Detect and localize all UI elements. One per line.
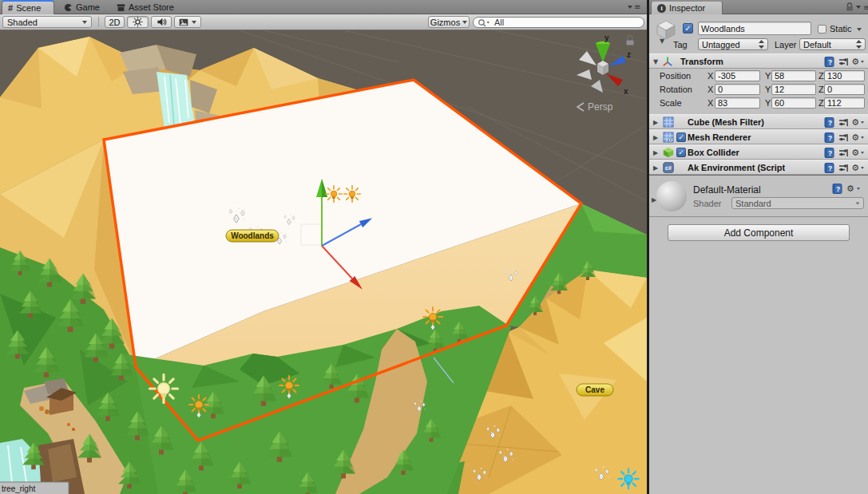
preset-icon[interactable] xyxy=(838,57,848,67)
pane-caret-icon[interactable] xyxy=(856,6,861,9)
light-gizmo-icon[interactable] xyxy=(149,374,177,402)
chevron-down-icon xyxy=(192,21,196,24)
gear-icon[interactable]: ⚙ xyxy=(851,132,859,143)
lock-icon[interactable] xyxy=(846,2,854,12)
gameobject-cube-icon[interactable] xyxy=(656,19,676,40)
rotation-x-field[interactable] xyxy=(715,84,760,95)
inspector-tabbar: i Inspector ≡ xyxy=(649,0,868,14)
tab-inspector[interactable]: i Inspector xyxy=(651,0,723,14)
shader-value: Standard xyxy=(735,199,855,208)
scene-pane-options[interactable]: ≡ xyxy=(628,2,640,11)
search-input[interactable] xyxy=(494,18,638,27)
add-component-label: Add Component xyxy=(724,227,794,239)
gear-icon[interactable]: ⚙ xyxy=(851,163,859,173)
rotation-z-field[interactable] xyxy=(824,84,865,95)
help-icon[interactable]: ? xyxy=(824,117,834,128)
gear-icon[interactable]: ⚙ xyxy=(846,184,854,194)
foldout-open-icon[interactable]: ▼ xyxy=(653,58,658,65)
position-y-field[interactable] xyxy=(771,70,816,81)
gizmos-label: Gizmos xyxy=(430,18,460,27)
light-gizmo-icon[interactable] xyxy=(189,395,208,414)
preset-icon[interactable] xyxy=(838,132,848,143)
unity-editor-window: # Scene Game Asset Store ≡ xyxy=(0,0,868,494)
static-checkbox[interactable] xyxy=(818,25,826,34)
component-mesh-filter[interactable]: ▶ Cube (Mesh Filter) ? ⚙ xyxy=(649,114,868,129)
preset-icon[interactable] xyxy=(838,163,848,173)
axis-z: Z xyxy=(818,71,824,81)
preset-icon[interactable] xyxy=(838,117,848,128)
help-icon[interactable]: ? xyxy=(824,148,834,158)
transform-title: Transform xyxy=(680,57,723,66)
info-icon: i xyxy=(657,4,666,13)
scale-y-field[interactable] xyxy=(771,97,816,109)
light-gizmo-icon[interactable] xyxy=(279,376,299,395)
add-component-button[interactable]: Add Component xyxy=(668,224,850,241)
scene-audio-button[interactable] xyxy=(151,16,172,28)
tag-dropdown[interactable]: Untagged xyxy=(698,38,768,50)
scene-3d-view[interactable]: Woodlands Cave xyxy=(0,30,647,494)
layer-label: Layer xyxy=(775,40,797,49)
axis-y: Y xyxy=(765,98,771,108)
light-gizmo-icon[interactable] xyxy=(618,468,638,488)
pane-menu-icon[interactable]: ≡ xyxy=(863,3,868,12)
chevron-down-icon xyxy=(462,21,467,24)
material-sphere-preview[interactable] xyxy=(656,181,687,211)
pane-menu-icon: ≡ xyxy=(634,2,640,11)
gizmos-dropdown[interactable]: Gizmos xyxy=(428,16,470,28)
tag-value: Untagged xyxy=(702,40,759,49)
scale-x-field[interactable] xyxy=(715,97,760,109)
shader-dropdown[interactable]: Standard xyxy=(731,197,864,209)
icon-picker-caret[interactable]: ▼ xyxy=(660,38,664,45)
tab-game-label: Game xyxy=(76,2,100,12)
tab-inspector-label: Inspector xyxy=(669,3,705,13)
gear-icon[interactable]: ⚙ xyxy=(851,57,859,67)
component-enabled-checkbox[interactable]: ✓ xyxy=(676,148,686,157)
shading-mode-dropdown[interactable]: Shaded xyxy=(2,16,92,28)
cave-scene-label[interactable]: Cave xyxy=(577,384,613,396)
scene-viewport[interactable]: Woodlands Cave xyxy=(0,30,647,494)
rotation-y-field[interactable] xyxy=(771,84,816,95)
csharp-script-icon: c# xyxy=(663,162,674,173)
foldout-closed-icon[interactable]: ▶ xyxy=(653,149,658,156)
gear-caret-icon xyxy=(857,188,860,190)
light-gizmo-icon[interactable] xyxy=(423,307,442,326)
scene-effects-button[interactable] xyxy=(174,16,201,28)
updown-icon xyxy=(759,40,764,49)
help-icon[interactable]: ? xyxy=(832,184,842,194)
axis-y: Y xyxy=(765,85,771,94)
component-box-collider[interactable]: ▶ ✓ Box Collider ? ⚙ xyxy=(649,144,868,160)
transform-header[interactable]: ▼ Transform ? ⚙ xyxy=(649,53,868,69)
woodlands-scene-label[interactable]: Woodlands xyxy=(226,230,279,242)
layer-dropdown[interactable]: Default xyxy=(799,38,866,50)
help-icon[interactable]: ? xyxy=(824,57,834,67)
svg-text:?: ? xyxy=(828,58,832,66)
tab-game[interactable]: Game xyxy=(59,0,105,14)
light-gizmo-icon[interactable] xyxy=(326,186,342,202)
scene-lighting-button[interactable] xyxy=(127,16,149,28)
light-gizmo-icon[interactable] xyxy=(344,186,360,202)
scale-z-field[interactable] xyxy=(824,97,865,109)
gizmo-plane-handle[interactable] xyxy=(301,224,322,245)
component-ak-environment[interactable]: ▶ c# Ak Environment (Script ? ⚙ xyxy=(649,160,868,175)
component-mesh-renderer[interactable]: ▶ ✓ Mesh Renderer ? ⚙ xyxy=(649,129,868,144)
axis-x: X xyxy=(707,85,713,94)
gear-icon[interactable]: ⚙ xyxy=(851,117,859,128)
active-checkbox[interactable]: ✓ xyxy=(683,23,693,34)
toggle-2d-button[interactable]: 2D xyxy=(105,16,125,28)
foldout-closed-icon[interactable]: ▶ xyxy=(653,164,658,172)
object-name-field[interactable] xyxy=(698,22,811,35)
help-icon[interactable]: ? xyxy=(824,132,834,143)
foldout-closed-icon[interactable]: ▶ xyxy=(653,119,658,126)
static-dropdown-caret[interactable] xyxy=(857,28,862,31)
position-z-field[interactable] xyxy=(824,70,865,81)
component-enabled-checkbox[interactable]: ✓ xyxy=(676,132,686,142)
preset-icon[interactable] xyxy=(838,148,848,158)
scene-search-field[interactable] xyxy=(473,17,644,28)
position-x-field[interactable] xyxy=(715,70,760,81)
foldout-closed-icon[interactable]: ▶ xyxy=(653,134,658,141)
speaker-icon xyxy=(157,17,167,27)
gear-icon[interactable]: ⚙ xyxy=(851,148,859,158)
tab-asset-store[interactable]: Asset Store xyxy=(112,0,179,14)
tab-scene[interactable]: # Scene xyxy=(2,0,54,14)
help-icon[interactable]: ? xyxy=(824,163,834,173)
